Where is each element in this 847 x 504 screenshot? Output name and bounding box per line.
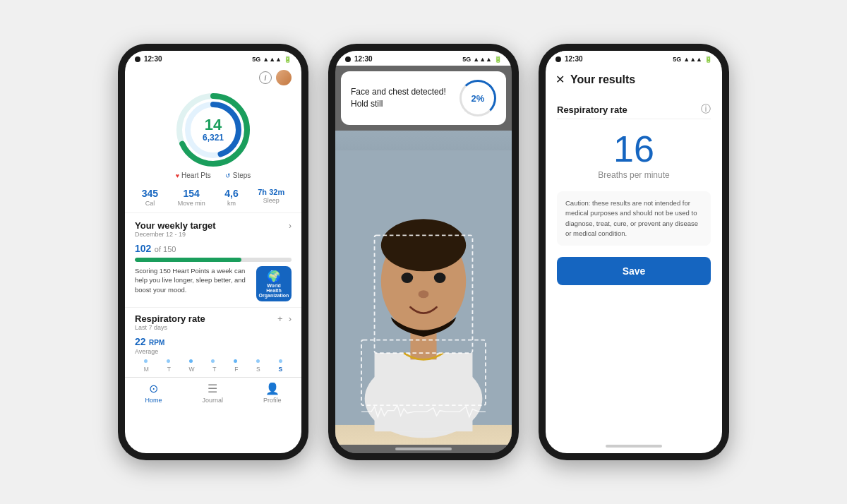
nav-home-label: Home (145, 397, 162, 404)
respiratory-actions: + › (277, 313, 292, 324)
status-bar-2: 12:30 5G ▲▲▲ 🔋 (335, 51, 512, 66)
who-globe-icon: 🌍 (267, 270, 281, 283)
bottom-nav: ⊙ Home ☰ Journal 👤 Profile (125, 377, 301, 409)
respiratory-rate-value: 16 (557, 131, 711, 167)
results-content: Respiratory rate ⓘ 16 Breaths per minute… (546, 90, 722, 439)
heart-icon: ♥ (176, 172, 179, 179)
svg-point-12 (419, 290, 429, 298)
weekly-target-title: Your weekly target (135, 220, 216, 231)
results-card: Respiratory rate ⓘ 16 Breaths per minute… (557, 97, 711, 285)
avatar[interactable] (276, 70, 292, 85)
ring-center: 14 6,321 (203, 116, 224, 143)
face-background (335, 131, 512, 445)
battery-icon-3: 🔋 (704, 56, 712, 63)
results-info-icon[interactable]: ⓘ (701, 103, 711, 116)
caution-box: Caution: these results are not intended … (557, 191, 711, 246)
resp-dot-4 (211, 359, 215, 363)
resp-dot-6 (256, 359, 260, 363)
nav-journal[interactable]: ☰ Journal (202, 382, 223, 404)
status-icons-3: 5G ▲▲▲ 🔋 (673, 56, 712, 63)
stat-km: 4,6 km (224, 188, 238, 207)
battery-icon-2: 🔋 (494, 56, 502, 63)
network-1: 5G (252, 56, 260, 63)
camera-dot (135, 56, 140, 62)
ring-area: 14 6,321 ♥ Heart Pts ↺ Steps (125, 88, 301, 184)
nav-journal-label: Journal (202, 397, 223, 404)
phone-1: 12:30 5G ▲▲▲ 🔋 i (118, 44, 308, 460)
respiratory-chart: M T W T F S S (135, 359, 292, 373)
home-indicator-3 (546, 439, 722, 453)
svg-rect-6 (375, 353, 473, 431)
status-icons-1: 5G ▲▲▲ 🔋 (252, 56, 292, 63)
stat-sleep: 7h 32m Sleep (258, 188, 284, 207)
svg-point-10 (402, 272, 414, 283)
respiratory-header: Respiratory rate + › (135, 313, 292, 324)
time-3: 12:30 (565, 55, 583, 63)
resp-dot-7 (279, 359, 282, 363)
heart-pts-value: 14 (203, 116, 224, 133)
resp-dot-1 (144, 359, 148, 363)
results-title: Your results (570, 73, 635, 86)
target-description: Scoring 150 Heart Points a week can help… (135, 266, 251, 294)
info-icon[interactable]: i (259, 71, 272, 84)
journal-icon: ☰ (208, 382, 217, 395)
phone-3-screen: 12:30 5G ▲▲▲ 🔋 ✕ Your results Respirator… (546, 51, 722, 453)
results-header: ✕ Your results (546, 66, 722, 90)
respiratory-dots (135, 359, 292, 363)
signal-icon-1: ▲▲▲ (263, 56, 282, 63)
signal-icon-2: ▲▲▲ (473, 56, 492, 63)
stat-cal: 345 Cal (142, 188, 158, 207)
nav-profile-label: Profile (263, 397, 282, 404)
phone-1-screen: 12:30 5G ▲▲▲ 🔋 i (125, 51, 301, 453)
respiratory-section: Respiratory rate + › Last 7 days 22 RPM … (125, 308, 301, 377)
nav-profile[interactable]: 👤 Profile (263, 382, 282, 404)
weekly-target-arrow[interactable]: › (289, 221, 292, 231)
status-icons-2: 5G ▲▲▲ 🔋 (462, 56, 502, 63)
respiratory-avg: 22 RPM (135, 335, 292, 348)
add-icon[interactable]: + (277, 313, 283, 324)
target-body: Scoring 150 Heart Points a week can help… (135, 266, 292, 301)
weekly-target-progress-text: 102 of 150 (135, 242, 292, 255)
phone-2-screen: 12:30 5G ▲▲▲ 🔋 Face and chest detected! … (335, 51, 512, 453)
who-label: World Health Organization (259, 283, 289, 298)
time-2: 12:30 (354, 55, 373, 63)
detection-message: Face and chest detected! Hold still (351, 86, 446, 110)
ring-chart: 14 6,321 (174, 91, 252, 169)
respiratory-days: M T W T F S S (135, 366, 292, 373)
resp-dot-3 (189, 359, 193, 363)
respiratory-title: Respiratory rate (135, 313, 205, 324)
resp-dot-5 (234, 359, 237, 363)
heart-pts-label: ♥ Heart Pts (176, 172, 211, 179)
person-svg (335, 131, 512, 445)
home-bar-2 (395, 448, 452, 450)
stat-move-min: 154 Move min (178, 188, 205, 207)
phone-2: 12:30 5G ▲▲▲ 🔋 Face and chest detected! … (328, 44, 519, 460)
network-2: 5G (462, 56, 471, 63)
time-1: 12:30 (144, 55, 162, 63)
results-section-header: Respiratory rate ⓘ (557, 97, 711, 119)
save-button[interactable]: Save (557, 257, 711, 285)
progress-fill (135, 258, 241, 262)
chevron-right-icon[interactable]: › (289, 313, 292, 324)
nav-home[interactable]: ⊙ Home (145, 382, 162, 404)
stats-row: 345 Cal 154 Move min 4,6 km 7h 32m Sleep (125, 184, 301, 213)
steps-label: ↺ Steps (225, 172, 251, 179)
signal-icon-3: ▲▲▲ (683, 56, 702, 63)
close-button[interactable]: ✕ (555, 73, 565, 86)
metric-labels: ♥ Heart Pts ↺ Steps (176, 172, 251, 179)
svg-point-9 (381, 219, 466, 271)
who-badge: 🌍 World Health Organization (256, 266, 292, 301)
home-icon: ⊙ (149, 382, 158, 395)
battery-icon-1: 🔋 (284, 56, 292, 63)
respiratory-avg-label: Average (135, 348, 292, 355)
caution-text: Caution: these results are not intended … (565, 198, 702, 239)
steps-value: 6,321 (203, 134, 224, 143)
detection-progress: 2% (459, 80, 496, 116)
progress-bar (135, 258, 292, 262)
detection-card: Face and chest detected! Hold still 2% (341, 71, 506, 125)
respiratory-rate-title: Respiratory rate (557, 104, 627, 115)
p1-top-bar: i (125, 66, 301, 88)
home-bar-3 (606, 445, 662, 448)
home-indicator-2 (335, 445, 512, 453)
weekly-target-date: December 12 - 19 (135, 231, 292, 238)
